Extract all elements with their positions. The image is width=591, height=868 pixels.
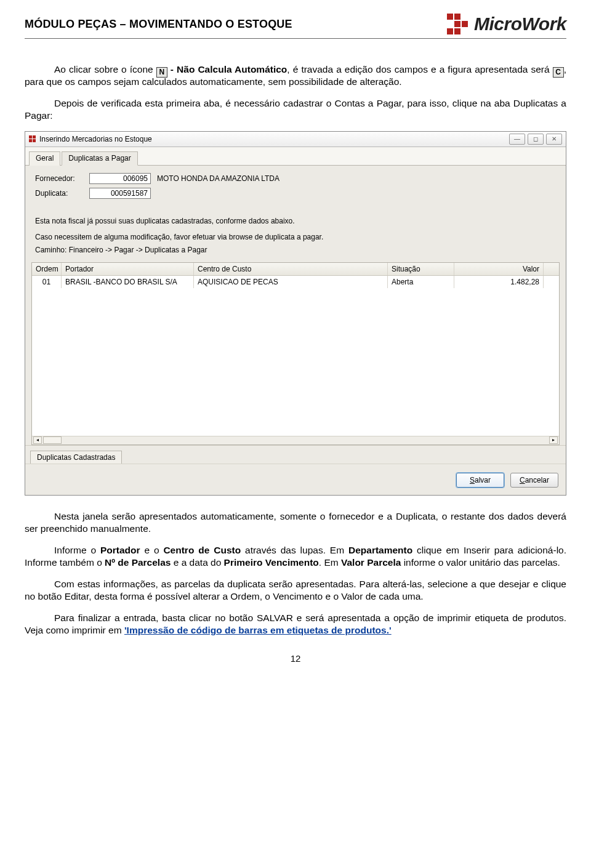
text: informe o valor unitário das parcelas.: [401, 557, 560, 568]
tab-strip: Geral Duplicatas a Pagar: [25, 147, 566, 166]
maximize-button[interactable]: ◻: [528, 134, 544, 145]
duplicatas-grid: Ordem Portador Centro de Custo Situação …: [31, 262, 560, 445]
paragraph-2: Depois de verificada esta primeira aba, …: [25, 97, 566, 123]
horizontal-scrollbar[interactable]: ◂ ▸: [32, 436, 559, 444]
note-line: Caso necessitem de alguma modificação, f…: [35, 231, 556, 243]
tab-duplicatas-cadastradas[interactable]: Duplicatas Cadastradas: [30, 451, 122, 464]
window-titlebar: Inserindo Mercadorias no Estoque — ◻ ✕: [25, 132, 566, 147]
n-icon: N: [156, 67, 167, 78]
scroll-left-icon[interactable]: ◂: [33, 436, 42, 444]
text-bold: Departamento: [348, 545, 412, 555]
text-bold: Valor Parcela: [341, 557, 401, 568]
save-button[interactable]: SSalvaralvar: [456, 473, 504, 488]
col-valor[interactable]: Valor: [454, 263, 544, 275]
note-line: Esta nota fiscal já possui suas duplicat…: [35, 215, 556, 227]
cell-portador: BRASIL -BANCO DO BRASIL S/A: [62, 276, 194, 288]
cell-ordem: 01: [32, 276, 62, 288]
paragraph-4: Informe o Portador e o Centro de Custo a…: [25, 544, 566, 569]
module-title: MÓDULO PEÇAS – MOVIMENTANDO O ESTOQUE: [25, 18, 292, 31]
note-line: Caminho: Financeiro -> Pagar -> Duplicat…: [35, 244, 556, 256]
text-bold: - Não Calcula Automático: [167, 64, 287, 74]
bottom-tab-strip: Duplicatas Cadastradas: [25, 445, 566, 464]
grid-body: 01 BRASIL -BANCO DO BRASIL S/A AQUISICAO…: [32, 276, 559, 436]
paragraph-1: Ao clicar sobre o ícone N - Não Calcula …: [25, 63, 566, 89]
scroll-track: [63, 436, 548, 444]
tab-duplicatas[interactable]: Duplicatas a Pagar: [62, 151, 137, 166]
scroll-right-icon[interactable]: ▸: [549, 436, 558, 444]
app-icon: [29, 135, 36, 142]
text: através das lupas. Em: [241, 545, 348, 555]
tab-geral[interactable]: Geral: [29, 151, 60, 166]
table-row[interactable]: 01 BRASIL -BANCO DO BRASIL S/A AQUISICAO…: [32, 276, 559, 288]
text-bold: Primeiro Vencimento: [224, 557, 319, 568]
fornecedor-label: Fornecedor:: [35, 174, 89, 183]
text-bold: Nº de Parcelas: [105, 557, 171, 568]
note-block: Esta nota fiscal já possui suas duplicat…: [25, 207, 566, 259]
app-window: Inserindo Mercadorias no Estoque — ◻ ✕ G…: [25, 131, 566, 496]
duplicata-label: Duplicata:: [35, 189, 89, 198]
cell-centro: AQUISICAO DE PECAS: [194, 276, 388, 288]
col-ordem[interactable]: Ordem: [32, 263, 62, 275]
paragraph-6: Para finalizar a entrada, basta clicar n…: [25, 612, 566, 637]
text: Ao clicar sobre o ícone: [54, 64, 156, 74]
impressao-link[interactable]: 'Impressão de código de barras em etique…: [124, 625, 392, 635]
minimize-button[interactable]: —: [509, 134, 525, 145]
brand-logo: MicroWork: [447, 14, 566, 34]
col-situacao[interactable]: Situação: [388, 263, 454, 275]
c-icon: C: [553, 67, 564, 78]
text: Informe o: [54, 545, 100, 555]
window-title: Inserindo Mercadorias no Estoque: [39, 135, 152, 143]
cell-valor: 1.482,28: [454, 276, 544, 288]
action-bar: SSalvaralvar CCancelarancelar: [25, 464, 566, 495]
text: , é travada a edição dos campos e a figu…: [287, 64, 552, 74]
text-bold: Portador: [100, 545, 140, 555]
fornecedor-code-input[interactable]: [89, 173, 151, 184]
cancel-button[interactable]: CCancelarancelar: [510, 473, 558, 488]
fornecedor-name: MOTO HONDA DA AMAZONIA LTDA: [157, 174, 279, 183]
scroll-thumb[interactable]: [43, 436, 62, 444]
grid-header: Ordem Portador Centro de Custo Situação …: [32, 263, 559, 276]
col-centro[interactable]: Centro de Custo: [194, 263, 388, 275]
brand-name: MicroWork: [474, 14, 566, 34]
text: e o: [140, 545, 164, 555]
logo-mark-icon: [447, 14, 468, 34]
close-button[interactable]: ✕: [546, 134, 562, 145]
cell-situacao: Aberta: [388, 276, 454, 288]
duplicata-code-input[interactable]: [89, 188, 151, 199]
col-portador[interactable]: Portador: [62, 263, 194, 275]
page-header: MÓDULO PEÇAS – MOVIMENTANDO O ESTOQUE Mi…: [25, 14, 566, 34]
form-area: Fornecedor: MOTO HONDA DA AMAZONIA LTDA …: [25, 166, 566, 207]
header-divider: [25, 38, 566, 39]
text: . Em: [319, 557, 341, 568]
paragraph-3: Nesta janela serão apresentados automati…: [25, 510, 566, 536]
text: e a data do: [171, 557, 223, 568]
page-number: 12: [25, 653, 566, 664]
text-bold: Centro de Custo: [163, 545, 241, 555]
paragraph-5: Com estas informações, as parcelas da du…: [25, 578, 566, 603]
